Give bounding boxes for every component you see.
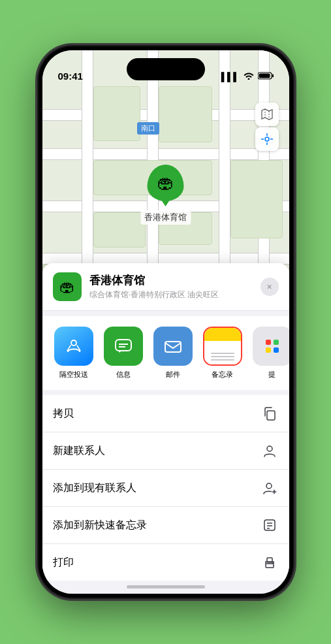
dynamic-island [127,58,205,80]
copy-icon [260,404,279,423]
location-venue-icon: 🏟 [53,272,82,301]
stadium-icon: 🏟 [157,173,174,193]
svg-rect-1 [272,74,274,78]
action-add-notes-label: 添加到新快速备忘录 [53,519,147,532]
svg-point-25 [272,562,274,564]
new-contact-icon [260,442,279,460]
bottom-sheet: 🏟 香港体育馆 综合体育馆·香港特别行政区 油尖旺区 × 隔空投送 [42,263,289,594]
action-item-print[interactable]: 打印 [42,544,289,581]
svg-rect-12 [165,342,181,352]
notes-label: 备忘录 [212,370,233,379]
action-item-copy[interactable]: 拷贝 [42,395,289,432]
wifi-icon [244,72,254,82]
map-label-south: 南口 [137,122,159,135]
share-actions-row: 隔空投送 信息 邮件 [42,316,289,390]
status-time: 09:41 [58,71,83,82]
location-card: 🏟 香港体育馆 综合体育馆·香港特别行政区 油尖旺区 × [42,263,289,311]
location-info: 香港体育馆 综合体育馆·香港特别行政区 油尖旺区 [89,273,253,300]
action-item-add-existing[interactable]: 添加到现有联系人 [42,470,289,507]
share-action-mail[interactable]: 邮件 [152,327,194,379]
message-icon [104,327,143,366]
status-icons: ▌▌▌ [221,72,274,82]
action-item-new-contact[interactable]: 新建联系人 [42,432,289,470]
notes-icon [203,327,242,366]
location-subtitle: 综合体育馆·香港特别行政区 油尖旺区 [89,289,253,300]
more-label: 提 [268,370,276,379]
map-type-button[interactable] [255,103,279,126]
action-list: 拷贝 新建联系人 添加到现有联系人 [42,395,289,581]
airdrop-label: 隔空投送 [59,370,88,379]
share-action-notes[interactable]: 备忘录 [202,327,244,379]
svg-point-14 [267,446,272,451]
svg-point-8 [71,340,76,346]
action-copy-label: 拷贝 [53,407,74,421]
mail-label: 邮件 [166,370,180,379]
message-label: 信息 [116,370,131,379]
home-indicator [127,585,205,588]
svg-point-15 [266,483,272,489]
location-name: 香港体育馆 [89,273,253,288]
action-item-add-notes[interactable]: 添加到新快速备忘录 [42,507,289,544]
action-print-label: 打印 [53,556,74,570]
share-action-message[interactable]: 信息 [102,327,144,379]
add-existing-icon [260,479,279,497]
map-controls [255,103,279,151]
phone-frame: 09:41 ▌▌▌ [39,46,293,598]
svg-rect-9 [116,340,131,351]
location-button[interactable] [255,127,279,151]
phone-screen: 09:41 ▌▌▌ [42,50,289,594]
airdrop-icon [54,327,93,366]
print-icon [260,553,279,572]
action-add-existing-label: 添加到现有联系人 [53,481,136,495]
close-button[interactable]: × [260,278,279,296]
signal-icon: ▌▌▌ [221,72,240,82]
add-notes-icon [260,516,279,534]
mail-icon [153,327,193,366]
stadium-marker: 🏟 香港体育馆 [140,165,191,225]
share-action-airdrop[interactable]: 隔空投送 [53,327,95,379]
action-new-contact-label: 新建联系人 [53,444,105,458]
more-icon [253,327,289,366]
share-action-more[interactable]: 提 [251,327,289,379]
svg-rect-2 [259,74,270,78]
svg-point-3 [265,137,269,141]
marker-label: 香港体育馆 [140,210,191,225]
svg-rect-13 [267,411,275,420]
battery-icon [258,72,274,82]
marker-pin: 🏟 [148,165,184,201]
svg-rect-23 [266,564,274,568]
